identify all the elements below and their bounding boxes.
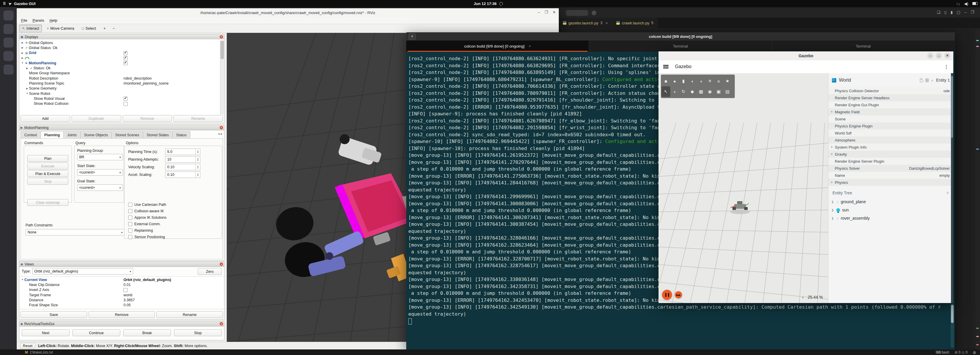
tree-expander-icon[interactable]: ▼ <box>21 62 24 64</box>
tree-row-invert-z-axis[interactable]: Invert Z Axis <box>19 288 224 293</box>
statusbar-file-item[interactable]: M CMakeLists.txt <box>25 350 53 354</box>
close-icon[interactable]: ✕ <box>553 10 556 14</box>
sphere-icon[interactable]: ● <box>670 76 679 86</box>
world-row-name[interactable]: Nameempty <box>828 172 953 179</box>
tree-expander-icon[interactable]: ▼ <box>21 278 24 281</box>
view-grid-icon[interactable]: ▦ <box>697 86 705 97</box>
translate-icon[interactable]: + <box>670 86 679 97</box>
checkbox[interactable] <box>128 229 132 233</box>
tree-row-current-view[interactable]: ▼Current ViewOrbit (rviz_default_plugins… <box>19 277 224 282</box>
minimize-icon[interactable]: – <box>964 10 967 14</box>
entity-sun[interactable]: ❯sun <box>828 206 953 214</box>
kebab-menu-icon[interactable]: ⋮ <box>944 64 949 70</box>
pause-button[interactable] <box>662 290 672 300</box>
displays-scrollbar[interactable] <box>220 40 224 115</box>
world-row-physics-engine-plugin[interactable]: Physics Engine Plugin <box>828 122 953 130</box>
world-row-physics-solver[interactable]: Physics SolverDantzigBoxedLcpSolver <box>828 165 953 172</box>
copy-icon[interactable]: ▣ <box>714 86 723 97</box>
world-row-magnetic-field[interactable]: +Magnetic Field <box>828 108 953 115</box>
select-icon[interactable]: ↖ <box>662 86 670 97</box>
tree-row-unnamed[interactable]: ▶ <box>19 56 224 61</box>
lock-icon[interactable] <box>920 80 923 82</box>
world-row-gravity[interactable]: +Gravity <box>828 150 953 158</box>
expand-icon[interactable]: ❯ <box>831 200 834 203</box>
command-plan-execute-button[interactable]: Plan & Execute <box>27 170 68 177</box>
editor-tab-gazebo-launch-py[interactable]: gazebo.launch.py3× <box>559 18 612 28</box>
terminal-tab-terminal[interactable]: Terminal <box>589 40 772 52</box>
tree-expander-icon[interactable]: ▶ <box>25 67 29 70</box>
restore-icon[interactable]: ❐ <box>970 10 974 14</box>
focused-app-name[interactable]: Gazebo GUI <box>14 2 35 6</box>
world-row-atmosphere[interactable]: Atmosphere <box>828 136 953 144</box>
expand-icon[interactable]: + <box>831 145 835 149</box>
checkbox[interactable] <box>128 203 132 207</box>
visualtools-next-button[interactable]: Next <box>22 329 70 336</box>
tab-stored-scenes[interactable]: Stored Scenes <box>111 131 143 138</box>
tool-interact[interactable]: ↖Interact <box>19 25 42 32</box>
close-panel-icon[interactable]: ● <box>220 126 223 129</box>
terminal-scrollbar[interactable] <box>951 304 954 348</box>
command-clear-octomap-button[interactable]: Clear octomap <box>27 199 68 206</box>
displays-panel-titlebar[interactable]: ▣ Displays ● <box>19 34 224 40</box>
entity-ground-plane[interactable]: ❯∴ground_plane <box>828 198 953 206</box>
close-tab-icon[interactable]: × <box>528 44 531 48</box>
gazebo-titlebar[interactable]: Gazebo – □ ✕ <box>659 51 953 61</box>
step-button[interactable]: ▶▶ <box>675 291 682 298</box>
dock-app-icon[interactable] <box>3 38 13 48</box>
visualtools-break-button[interactable]: Break <box>123 329 171 336</box>
tree-row-focal-shape-size[interactable]: Focal Shape Size0.05 <box>19 302 224 307</box>
system-status-area[interactable]: ↑↓ ◀) <box>956 2 978 6</box>
viewport-collapse-arrow-icon[interactable]: ‹ <box>228 187 229 191</box>
clock-menu[interactable]: Jun 12 17:36 <box>474 2 503 6</box>
tree-expander-icon[interactable]: ▶ <box>21 46 24 49</box>
expand-icon[interactable]: ❯ <box>831 208 834 212</box>
world-row-render-engine-gui-plugin[interactable]: Render Engine Gui Plugin <box>828 101 953 108</box>
snap-icon[interactable]: ◆ <box>688 86 697 97</box>
visualtools-panel-titlebar[interactable]: ◆ RvizVisualToolsGui ● <box>19 321 224 326</box>
tab-status[interactable]: Status <box>172 131 190 138</box>
tree-expander-icon[interactable]: ▶ <box>21 57 24 59</box>
expand-icon[interactable]: + <box>831 180 835 184</box>
checkbox[interactable] <box>124 97 127 101</box>
panel-scrollbar[interactable] <box>951 73 953 303</box>
tree-row-planning-scene-topic[interactable]: Planning Scene Topic/monitored_planning_… <box>19 81 224 86</box>
checkbox[interactable] <box>128 216 132 220</box>
world-row-system-plugin-info[interactable]: +System Plugin Info <box>828 144 953 150</box>
tab-stored-states[interactable]: Stored States <box>143 131 173 138</box>
rviz-titlebar[interactable]: /home/ac-pate/Crawlr/install/crawlr_move… <box>17 8 559 17</box>
terminal-titlebar[interactable]: + colcon build [9/9 done] [0 ongoing] <box>406 32 955 40</box>
dock-app-icon[interactable] <box>3 51 13 61</box>
notifications-bell-icon[interactable]: ◍ <box>973 350 976 354</box>
remove-tool-icon[interactable]: − <box>110 25 118 32</box>
point-light-icon[interactable]: ☀ <box>705 76 714 86</box>
editor-tab-crawlr-launch-py[interactable]: crawlr.launch.py5 <box>612 18 658 28</box>
directional-light-icon[interactable]: ≡ <box>714 76 723 86</box>
checkbox[interactable] <box>128 235 132 239</box>
maximize-icon[interactable]: ❐ <box>544 10 548 14</box>
errors-warnings-item[interactable]: ⊘ 0 ⚠ 0 <box>955 350 967 354</box>
ellipsoid-icon[interactable]: ◖ <box>697 76 705 86</box>
terminal-tab-colcon-build-9-9-done-0-ongoing[interactable]: colcon build [9/9 done] [0 ongoing]× <box>406 40 589 52</box>
apps-grid-icon[interactable]: ⠿ <box>3 2 6 6</box>
hamburger-menu-icon[interactable] <box>663 64 668 69</box>
menu-file[interactable]: File <box>19 18 30 22</box>
dock-app-icon[interactable] <box>3 11 13 21</box>
world-row-physics[interactable]: +Physics <box>828 179 953 186</box>
world-row-scene[interactable]: Scene <box>828 115 953 122</box>
checkbox[interactable] <box>124 61 127 65</box>
layout-panel-icon[interactable]: ▯ <box>945 10 947 14</box>
add-component-icon[interactable]: + <box>931 78 934 83</box>
option-planning-time-s-spinner[interactable]: 5.0▲▼ <box>165 149 200 155</box>
visualtools-continue-button[interactable]: Continue <box>72 329 120 336</box>
vscode-minimap[interactable] <box>975 28 980 349</box>
views-save-button[interactable]: Save <box>21 311 87 318</box>
terminal-shell-item[interactable]: ⌨ bash <box>936 350 950 354</box>
paste-icon[interactable]: ▤ <box>723 86 732 97</box>
checkbox[interactable] <box>124 102 127 106</box>
vscode-command-center[interactable] <box>566 10 588 16</box>
tool-move-camera[interactable]: +Move Camera <box>44 25 77 32</box>
world-row-world-sdf[interactable]: World Sdf <box>828 130 953 136</box>
expand-icon[interactable]: + <box>831 110 835 114</box>
rotate-icon[interactable]: ↻ <box>679 86 688 97</box>
screenshot-icon[interactable]: ◉ <box>705 86 714 97</box>
